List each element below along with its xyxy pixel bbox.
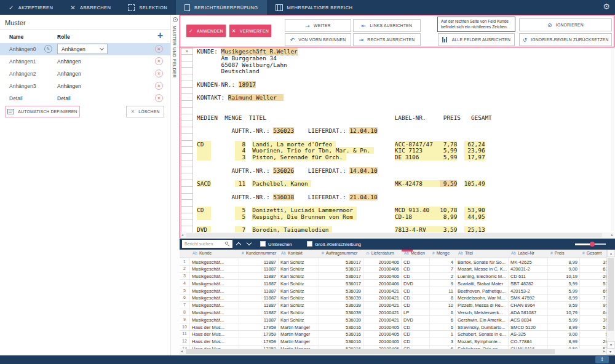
row-marker-cell[interactable]	[181, 134, 193, 141]
row-marker-cell[interactable]	[181, 94, 193, 101]
find-next-icon[interactable]	[247, 240, 252, 245]
highlighted-field[interactable]: Donizetti, Luciadi Lammermoor	[252, 207, 356, 213]
highlighted-field[interactable]	[197, 154, 211, 160]
grid-row[interactable]: 7Musikgeschäf...11887Karl Schütz53603920…	[180, 302, 606, 309]
highlighted-field[interactable]: 21.04.10	[349, 194, 377, 200]
row-marker-cell[interactable]	[181, 187, 193, 194]
highlighted-field[interactable]: 5,99	[440, 147, 457, 154]
highlighted-field[interactable]: 62,24	[464, 141, 485, 148]
topbar-item-selektion[interactable]: SELEKTION	[119, 0, 176, 15]
fit-height-button[interactable]: ↕	[595, 356, 609, 363]
highlighted-field[interactable]: CD	[197, 141, 211, 148]
grid-column-header-preis[interactable]: #Preis	[548, 250, 580, 258]
row-marker-cell[interactable]	[181, 213, 193, 220]
apply-button[interactable]: ✓ ANWENDEN	[186, 25, 226, 37]
pattern-row[interactable]: Anhängen1Anhängen✕	[0, 55, 170, 68]
next-button[interactable]: → WEITER	[285, 19, 351, 32]
highlighted-field[interactable]	[197, 147, 211, 154]
delete-row-icon[interactable]: ✕	[155, 82, 163, 90]
collapsed-panel-strip[interactable]: MUSTER UND FELDER	[170, 15, 180, 355]
grid-column-header-menge[interactable]: #Menge	[430, 250, 456, 258]
highlighted-field[interactable]: 7,78	[440, 141, 457, 148]
align-left-button[interactable]: ⇤ LINKS AUSRICHTEN	[353, 19, 421, 32]
row-marker-cell[interactable]	[181, 147, 193, 154]
grid-header[interactable]: AbKunde#KundennummerAbKontakt#Auftragsnu…	[180, 250, 606, 258]
highlighted-field[interactable]: 3	[235, 154, 245, 160]
scroll-left-icon[interactable]: ◂	[181, 349, 183, 354]
topbar-item-abbrechen[interactable]: ✕ABBRECHEN	[62, 0, 119, 15]
highlighted-field[interactable]: CD	[197, 207, 211, 213]
scrollbar-thumb[interactable]	[186, 349, 555, 354]
row-marker-cell[interactable]	[181, 127, 193, 134]
highlighted-field[interactable]: 8,99	[440, 213, 457, 220]
highlighted-field[interactable]: ACC-8747/47	[395, 141, 440, 148]
row-marker-cell[interactable]	[181, 101, 193, 108]
auto-define-button[interactable]: AUTOMATISCH DEFINIEREN	[5, 106, 80, 117]
grid-row[interactable]: 8Musikgeschäf...11887Karl Schütz53603920…	[180, 309, 606, 317]
grid-column-header-lieferdatum[interactable]: ◷Lieferdatum	[363, 250, 402, 258]
highlighted-field[interactable]: 536026	[273, 167, 294, 174]
highlighted-field[interactable]: 44,95	[464, 213, 485, 220]
find-previous-icon[interactable]	[236, 242, 241, 247]
zoom-slider[interactable]	[575, 243, 606, 245]
grid-row[interactable]: 11Haus der Mus...17959Martin Manger53601…	[180, 331, 606, 338]
align-right-button[interactable]: ⇥ RECHTS AUSRICHTEN	[353, 33, 421, 46]
delete-button[interactable]: ✕ LÖSCHEN	[126, 106, 164, 117]
grid-row[interactable]: 9Musikgeschäf...11887Karl Schütz53603920…	[180, 316, 606, 323]
scroll-up-icon[interactable]: ▴	[607, 250, 615, 257]
align-all-fields-button[interactable]: ALLE FELDER AUSRICHTEN	[438, 33, 515, 46]
row-marker-cell[interactable]	[181, 114, 193, 121]
grid-column-header-auftragsnummer[interactable]: #Auftragsnummer	[319, 250, 363, 258]
grid-column-header-label-nr[interactable]: AbLabel-Nr	[509, 250, 548, 258]
grid-row[interactable]: 6Musikgeschäf...11887Karl Schütz53603920…	[180, 295, 606, 302]
topbar-item-mehrspaltiger-bereich[interactable]: MEHRSPALTIGER BEREICH	[267, 0, 362, 15]
grid-column-header-kunde[interactable]: AbKunde	[190, 250, 239, 258]
highlighted-field[interactable]: 18917	[239, 81, 256, 88]
highlighted-field[interactable]: 14.04.10	[349, 167, 377, 174]
grid-row[interactable]: 10Haus der Mus...17959Martin Manger53601…	[180, 323, 606, 331]
highlighted-field[interactable]: Respighi, Die Brunnen von Rom	[252, 213, 356, 220]
pattern-row[interactable]: Anhängen2Anhängen✕	[0, 68, 170, 80]
row-marker-cell[interactable]	[181, 194, 193, 200]
highlighted-field[interactable]: Piston, Serenade für Orch.	[252, 154, 346, 160]
delete-row-icon[interactable]: ✕	[155, 57, 163, 65]
wrap-checkbox[interactable]	[260, 241, 266, 247]
row-marker-cell[interactable]	[181, 88, 193, 95]
grid-horizontal-scrollbar[interactable]: ◂ ▸	[180, 349, 606, 355]
scrollbar-corner[interactable]: ▾	[606, 349, 614, 355]
grid-row[interactable]: 2Musikgeschäf...11887Karl Schütz53601720…	[180, 266, 606, 273]
highlighted-field[interactable]: 5,99	[440, 154, 457, 160]
row-marker-cell[interactable]	[181, 121, 193, 127]
topbar-item-berichts-berpr-fung[interactable]: BERICHTSÜBERPRÜFUNG	[176, 0, 266, 15]
highlighted-field[interactable]: Landi, La morte d'Orfeo	[252, 141, 335, 148]
row-marker-cell[interactable]	[181, 173, 193, 180]
highlighted-field[interactable]: 3,59	[440, 226, 457, 232]
highlighted-field[interactable]: 7813-4-RV	[395, 226, 440, 232]
delete-row-icon[interactable]: ✕	[155, 94, 163, 102]
highlighted-field[interactable]: Raimund Weller	[228, 94, 284, 101]
highlighted-field[interactable]: CD-18	[395, 213, 440, 220]
highlighted-field[interactable]: 4	[235, 147, 245, 154]
highlighted-field[interactable]: KIC 7123	[395, 147, 440, 154]
highlighted-field[interactable]: 8	[235, 141, 245, 148]
highlighted-field[interactable]: DVD	[197, 226, 211, 232]
document-horizontal-scrollbar[interactable]: ◂ ▸	[180, 232, 614, 238]
row-marker-cell[interactable]	[181, 220, 193, 227]
highlighted-field[interactable]: 11	[235, 180, 245, 187]
grid-row[interactable]: 12Haus der Mus...17959Martin Manger53601…	[180, 338, 606, 346]
grid-vertical-scrollbar[interactable]: ▴ ▾	[606, 250, 614, 349]
highlighted-field[interactable]: 23,96	[464, 147, 485, 154]
topbar-item-akzeptieren[interactable]: ✓AKZEPTIEREN	[0, 0, 62, 15]
grid-row[interactable]: 5Musikgeschäf...11887Karl Schütz53603920…	[180, 287, 606, 295]
grid-column-header-kundennummer[interactable]: #Kundennummer	[239, 250, 279, 258]
grid-row[interactable]: 4Musikgeschäf...11887Karl Schütz53601720…	[180, 280, 606, 287]
add-pattern-button[interactable]: +	[157, 31, 163, 41]
row-marker-cell[interactable]: »	[181, 48, 193, 55]
highlighted-field[interactable]: 9,59	[440, 180, 457, 187]
highlighted-field[interactable]: 105,49	[464, 180, 485, 187]
highlighted-field[interactable]: SACD	[197, 180, 211, 187]
scroll-right-icon[interactable]: ▸	[611, 232, 613, 238]
search-icon[interactable]	[225, 242, 228, 245]
side-tab-muster-und-felder[interactable]: MUSTER UND FELDER	[172, 26, 177, 78]
highlighted-field[interactable]: Pachelbel, Kanon	[252, 180, 311, 187]
